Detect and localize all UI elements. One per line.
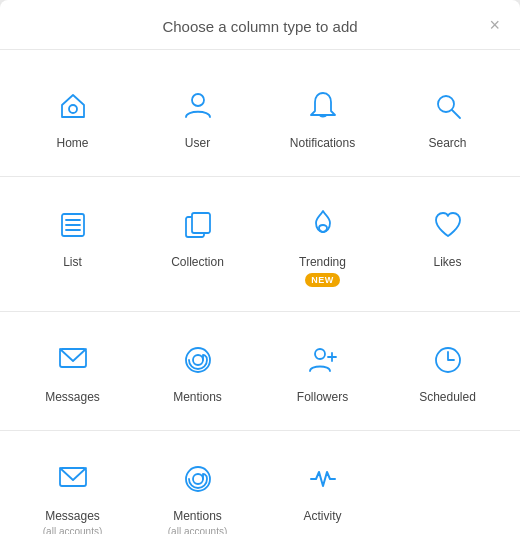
messages-all-sublabel: (all accounts) [43,526,102,534]
heart-icon [426,203,470,247]
row-2: List Collection Trending NEW [0,177,520,312]
home-icon [51,84,95,128]
user-icon [176,84,220,128]
grid-item-activity[interactable]: Activity [260,443,385,534]
grid-item-likes[interactable]: Likes [385,189,510,300]
notifications-label: Notifications [290,136,355,152]
grid-item-mentions-all[interactable]: Mentions (all accounts) [135,443,260,534]
dialog-header: Choose a column type to add × [0,0,520,49]
row-1: Home User Notifications [0,58,520,176]
activity-icon [301,457,345,501]
grid-item-list[interactable]: List [10,189,135,300]
clock-icon [426,338,470,382]
message-icon [51,338,95,382]
svg-point-1 [192,94,204,106]
bell-icon [301,84,345,128]
grid-item-scheduled[interactable]: Scheduled [385,324,510,418]
grid-item-mentions[interactable]: Mentions [135,324,260,418]
message-all-icon [51,457,95,501]
row-3: Messages Mentions [0,312,520,430]
svg-point-19 [193,474,203,484]
dialog-title: Choose a column type to add [162,18,357,35]
collection-icon [176,203,220,247]
followers-icon [301,338,345,382]
search-label: Search [428,136,466,152]
at-icon [176,338,220,382]
grid-item-search[interactable]: Search [385,70,510,164]
scheduled-label: Scheduled [419,390,476,406]
trending-label: Trending [299,255,346,271]
grid-item-messages-all[interactable]: Messages (all accounts) [10,443,135,534]
messages-all-label: Messages [45,509,100,525]
svg-line-3 [452,110,460,118]
svg-point-12 [193,355,203,365]
collection-label: Collection [171,255,224,271]
user-label: User [185,136,210,152]
mentions-all-sublabel: (all accounts) [168,526,227,534]
messages-label: Messages [45,390,100,406]
grid-item-messages[interactable]: Messages [10,324,135,418]
at-all-icon [176,457,220,501]
divider-top [0,49,520,50]
row-4: Messages (all accounts) Mentions (all ac… [0,431,520,534]
mentions-all-label: Mentions [173,509,222,525]
grid-item-trending[interactable]: Trending NEW [260,189,385,300]
likes-label: Likes [433,255,461,271]
svg-point-0 [69,105,77,113]
trending-icon [301,203,345,247]
home-label: Home [56,136,88,152]
grid-item-collection[interactable]: Collection [135,189,260,300]
trending-badge-wrap: Trending NEW [299,255,346,288]
list-label: List [63,255,82,271]
new-badge: NEW [305,273,340,287]
svg-rect-9 [192,213,210,233]
list-icon [51,203,95,247]
close-button[interactable]: × [485,12,504,38]
followers-label: Followers [297,390,348,406]
svg-point-13 [315,349,325,359]
grid-item-home[interactable]: Home [10,70,135,164]
column-type-dialog: Choose a column type to add × Home [0,0,520,534]
mentions-label: Mentions [173,390,222,406]
search-icon [426,84,470,128]
grid-item-followers[interactable]: Followers [260,324,385,418]
activity-label: Activity [303,509,341,525]
grid-item-user[interactable]: User [135,70,260,164]
grid-item-notifications[interactable]: Notifications [260,70,385,164]
